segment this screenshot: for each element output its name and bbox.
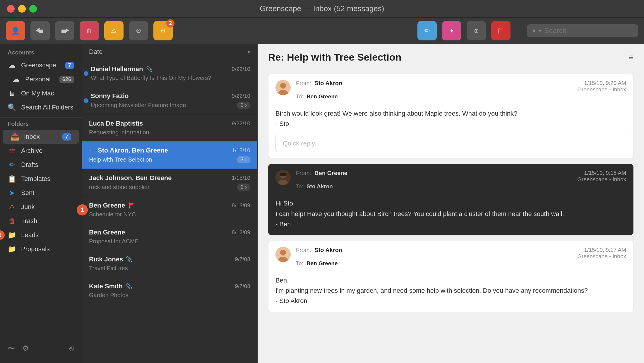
- sidebar-item-inbox[interactable]: 📥 Inbox 7: [3, 130, 79, 144]
- quick-reply-1[interactable]: Quick reply...: [275, 135, 626, 152]
- message-from-row-2: From: Ben Greene 1/15/10, 9:18 AM Greens…: [296, 170, 626, 183]
- email-item-top: Daniel Hellerman 📎 9/22/10: [91, 65, 250, 73]
- message-card-1: From: Sto Akron 1/15/10, 9:20 AM Greensc…: [268, 74, 633, 158]
- email-item-6[interactable]: Ben Greene 🚩 8/13/09 Schedule for NYC 1: [82, 196, 257, 223]
- settings-button[interactable]: ⚙ 2: [153, 21, 173, 40]
- email-sender: Daniel Hellerman 📎: [91, 65, 153, 73]
- filter-icon[interactable]: ⚙: [22, 344, 29, 353]
- sidebar-item-on-my-mac[interactable]: 🖥 On My Mac: [0, 86, 82, 100]
- message-header-2: From: Ben Greene 1/15/10, 9:18 AM Greens…: [268, 164, 633, 194]
- message-timestamp-1: 1/15/10, 9:20 AM: [577, 80, 626, 86]
- sidebar-item-templates[interactable]: 📋 Templates: [0, 172, 82, 186]
- sidebar-item-search-all[interactable]: 🔍 Search All Folders: [0, 100, 82, 114]
- email-item-top: Ben Greene 🚩 8/13/09: [89, 202, 250, 209]
- sidebar-item-junk[interactable]: ⚠ Junk: [0, 200, 82, 214]
- from-label: From:: [296, 80, 313, 86]
- templates-label: Templates: [21, 175, 74, 183]
- detail-menu-icon[interactable]: ≡: [629, 53, 633, 62]
- email-detail-header: Re: Help with Tree Selection ≡: [258, 44, 644, 68]
- message-divider-1: [275, 104, 626, 104]
- attachment-icon: 📎: [126, 256, 132, 263]
- maximize-button[interactable]: [29, 5, 37, 13]
- leads-icon: 📁: [8, 231, 16, 239]
- email-preview: Schedule for NYC: [89, 211, 250, 218]
- email-detail-subject: Re: Help with Tree Selection: [268, 52, 401, 63]
- sort-chevron-icon[interactable]: ▾: [247, 48, 250, 55]
- email-item-7[interactable]: Ben Greene 8/12/09 Proposal for ACME: [82, 223, 257, 250]
- window-controls: [7, 5, 37, 13]
- sidebar-bottom: 〜 ⚙ ⎋: [0, 339, 82, 358]
- leads-label: Leads: [21, 231, 74, 239]
- svg-point-8: [280, 250, 286, 256]
- email-item-4[interactable]: ← Sto Akron, Ben Greene 1/15/10 Help wit…: [82, 141, 257, 169]
- rules-button[interactable]: ⊕: [467, 21, 486, 40]
- sidebar-item-leads[interactable]: 📁 Leads 1: [0, 228, 82, 242]
- message-divider-3: [275, 271, 626, 271]
- email-item-top: Kate Smith 📎 9/7/08: [89, 282, 250, 290]
- email-preview-text: Proposal for ACME: [89, 238, 139, 245]
- signout-icon[interactable]: ⎋: [69, 344, 74, 353]
- message-card-2: From: Ben Greene 1/15/10, 9:18 AM Greens…: [268, 164, 633, 235]
- toolbar-badge: 2: [166, 19, 174, 28]
- message-meta-3: From: Sto Akron 1/15/10, 9:17 AM Greensc…: [296, 247, 626, 267]
- activity-icon[interactable]: 〜: [8, 343, 15, 354]
- forward-button[interactable]: [55, 21, 74, 40]
- sidebar-item-greenscape[interactable]: ☁ Greenscape 7: [0, 58, 82, 72]
- sidebar-item-archive[interactable]: 🗃 Archive: [0, 144, 82, 158]
- email-preview: Travel Pictures: [89, 265, 250, 272]
- drafts-label: Drafts: [21, 161, 74, 169]
- message-to-row-3: To: Ben Greene: [296, 260, 626, 267]
- sidebar-item-trash[interactable]: 🗑 Trash: [0, 214, 82, 228]
- email-item-5[interactable]: Jack Johnson, Ben Greene 1/15/10 rock an…: [82, 169, 257, 196]
- close-button[interactable]: [7, 5, 15, 13]
- sidebar-item-proposals[interactable]: 📁 Proposals: [0, 242, 82, 256]
- email-preview: Proposal for ACME: [89, 238, 250, 245]
- email-preview-text: Requesting information: [89, 129, 149, 136]
- email-preview-text: rock and stone supplier: [89, 184, 150, 191]
- account-button[interactable]: 👤: [6, 21, 25, 40]
- reply-all-button[interactable]: [30, 21, 50, 40]
- email-item-3[interactable]: Luca De Baptistis 9/22/10 Requesting inf…: [82, 114, 257, 141]
- compose-button[interactable]: ✏: [417, 21, 437, 40]
- email-date: 9/7/08: [235, 256, 250, 263]
- unread-dot: [84, 98, 88, 103]
- search-all-label: Search All Folders: [21, 104, 74, 111]
- flag-toolbar-button[interactable]: 🚩: [491, 21, 511, 40]
- message-timestamp-3: 1/15/10, 9:17 AM: [577, 247, 626, 253]
- trash-icon: 🗑: [8, 217, 16, 225]
- email-item-2[interactable]: Sonny Fazio 9/22/10 Upcoming Newsletter …: [82, 87, 257, 114]
- email-item-9[interactable]: Kate Smith 📎 9/7/08 Garden Photos: [82, 277, 257, 304]
- message-to-row-2: To: Sto Akron: [296, 183, 626, 190]
- email-date: 9/22/10: [232, 93, 250, 99]
- email-item-8[interactable]: Rick Jones 📎 9/7/08 Travel Pictures: [82, 250, 257, 277]
- search-dot-icon: ●: [532, 27, 536, 34]
- toolbar: 👤 🗑 ⚠ ⊘ ⚙ 2 ✏ ♦ ⊕ 🚩 ● ▾: [0, 18, 644, 44]
- vip-button[interactable]: ♦: [442, 21, 461, 40]
- avatar-ben-2: [275, 170, 291, 185]
- to-name-2: Sto Akron: [306, 183, 333, 189]
- email-preview-text: Upcoming Newsletter Feature Image: [91, 102, 186, 109]
- personal-label: Personal: [25, 76, 55, 83]
- email-item-1[interactable]: Daniel Hellerman 📎 9/22/10 What Type of …: [82, 60, 257, 87]
- email-list-header: Date ▾: [82, 44, 257, 60]
- sidebar-item-drafts[interactable]: ✏ Drafts: [0, 158, 82, 172]
- minimize-button[interactable]: [18, 5, 26, 13]
- message-card-3: From: Sto Akron 1/15/10, 9:17 AM Greensc…: [268, 241, 633, 312]
- delete-button[interactable]: ⊘: [129, 21, 148, 40]
- sidebar-item-sent[interactable]: ➤ Sent: [0, 186, 82, 200]
- avatar-sto-1: [275, 80, 291, 95]
- thread-badge: 3 ›: [237, 156, 250, 163]
- greenscape-label: Greenscape: [21, 61, 61, 69]
- from-name-1: Sto Akron: [314, 80, 342, 86]
- attachment-icon: 📎: [126, 283, 132, 290]
- archive-button[interactable]: 🗑: [80, 21, 99, 40]
- message-header-3: From: Sto Akron 1/15/10, 9:17 AM Greensc…: [268, 241, 633, 271]
- thread-badge: 2 ›: [237, 102, 250, 109]
- drafts-icon: ✏: [8, 161, 16, 169]
- email-detail: Re: Help with Tree Selection ≡: [258, 44, 644, 363]
- sidebar-item-personal[interactable]: ☁ Personal 626: [0, 72, 82, 86]
- unread-dot: [84, 71, 88, 76]
- message-inbox-1: Greenscape - Inbox: [577, 86, 626, 93]
- junk-button[interactable]: ⚠: [104, 21, 124, 40]
- search-input[interactable]: [544, 27, 603, 35]
